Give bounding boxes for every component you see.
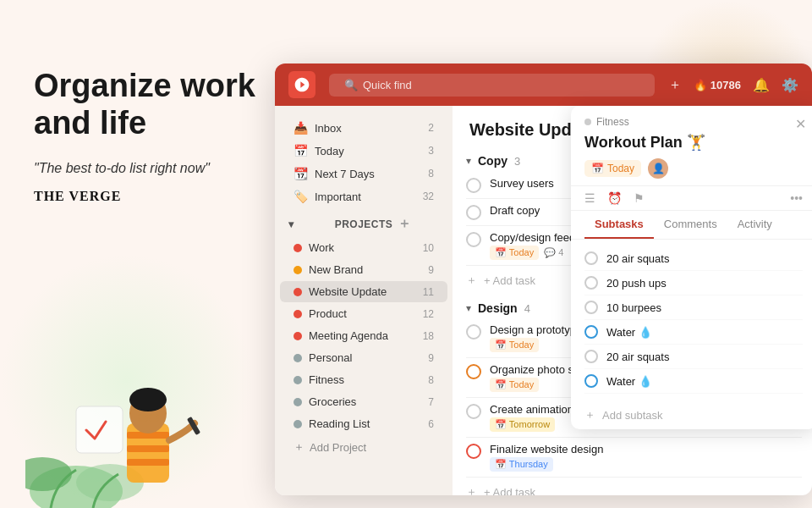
subtask-list: 20 air squats 20 push ups 10 burpees Wat… <box>571 240 812 400</box>
toolbar-more-button[interactable]: ••• <box>790 191 803 205</box>
search-icon: 🔍 <box>344 79 358 91</box>
projects-section-header[interactable]: ▾ Projects ＋ <box>275 208 453 236</box>
sidebar-item-personal[interactable]: Personal 9 <box>280 347 447 368</box>
topbar: 🔍 Quick find ＋ 🔥 10786 🔔 ⚙️ <box>275 64 812 106</box>
meeting-dot <box>294 332 302 340</box>
add-project-icon[interactable]: ＋ <box>398 215 439 233</box>
tab-activity[interactable]: Activity <box>727 211 782 239</box>
checklist-icon[interactable]: ☰ <box>584 191 595 205</box>
next7days-icon: 📆 <box>294 167 308 180</box>
work-label: Work <box>309 241 416 254</box>
notifications-button[interactable]: 🔔 <box>753 77 770 93</box>
newbrand-count: 9 <box>428 264 434 276</box>
task-checkbox-finalize[interactable] <box>466 444 481 459</box>
reminder-icon[interactable]: ⏰ <box>607 191 622 205</box>
sidebar-item-meeting[interactable]: Meeting Agenda 18 <box>280 325 447 346</box>
sidebar-item-website[interactable]: Website Update 11 <box>280 281 447 302</box>
add-button[interactable]: ＋ <box>668 76 682 94</box>
subtask-name-6: Water 💧 <box>606 375 803 388</box>
task-checkbox-survey[interactable] <box>466 178 481 193</box>
sidebar-item-groceries[interactable]: Groceries 7 <box>280 391 447 412</box>
subtask-checkbox-2[interactable] <box>584 276 598 290</box>
add-icon-design: ＋ <box>466 484 477 495</box>
subtask-push-ups[interactable]: 20 push ups <box>584 271 803 295</box>
task-checkbox-prototype[interactable] <box>466 324 481 340</box>
work-count: 10 <box>423 242 434 254</box>
important-icon: 🏷️ <box>294 190 308 203</box>
add-task-label-copy: + Add task <box>484 274 535 287</box>
inbox-icon: 📥 <box>294 121 308 135</box>
fitness-count: 8 <box>428 374 434 386</box>
today-icon: 📅 <box>294 144 308 157</box>
sidebar-item-reading[interactable]: Reading List 6 <box>280 413 447 434</box>
task-due-prototype: 📅 Today <box>490 338 539 352</box>
subtask-checkbox-6[interactable] <box>584 374 598 388</box>
tab-subtasks[interactable]: Subtasks <box>584 211 654 239</box>
personal-label: Personal <box>309 351 421 364</box>
sidebar-item-product[interactable]: Product 12 <box>280 303 447 324</box>
task-checkbox-animations[interactable] <box>466 404 481 419</box>
flame-icon: 🔥 <box>694 79 707 91</box>
priority-icon[interactable]: ⚑ <box>634 191 645 205</box>
subtask-water-1[interactable]: Water 💧 <box>584 320 803 345</box>
sidebar-item-inbox[interactable]: 📥 Inbox 2 <box>280 117 447 139</box>
panel-due-chip[interactable]: 📅 Today <box>584 160 641 177</box>
panel-tabs: Subtasks Comments Activity <box>571 211 812 240</box>
subtask-checkbox-1[interactable] <box>584 251 598 265</box>
sidebar-item-newbrand[interactable]: New Brand 9 <box>280 259 447 280</box>
reading-dot <box>294 420 302 428</box>
panel-close-button[interactable]: ✕ <box>795 116 806 132</box>
sidebar-item-fitness[interactable]: Fitness 8 <box>280 369 447 390</box>
copy-section-count: 3 <box>514 155 520 168</box>
product-count: 12 <box>423 308 434 320</box>
add-project-button[interactable]: ＋ Add Project <box>280 435 447 459</box>
task-finalize-design[interactable]: Finalize website design 📅 Thursday <box>466 438 802 478</box>
sidebar-item-today[interactable]: 📅 Today 3 <box>280 140 447 162</box>
svg-point-8 <box>129 388 167 411</box>
tab-comments[interactable]: Comments <box>654 211 727 239</box>
subtask-air-squats-1[interactable]: 20 air squats <box>584 246 803 271</box>
task-due-animations: 📅 Tomorrow <box>490 417 555 432</box>
task-checkbox-photo[interactable] <box>466 364 481 379</box>
today-count: 3 <box>428 145 434 157</box>
task-checkbox-feedback[interactable] <box>466 232 481 247</box>
today-label: Today <box>315 145 421 157</box>
task-name-finalize: Finalize website design <box>490 443 802 456</box>
task-checkbox-draft[interactable] <box>466 205 481 220</box>
subtask-checkbox-4[interactable] <box>584 325 598 339</box>
groceries-count: 7 <box>428 396 434 408</box>
website-dot <box>294 288 302 296</box>
panel-header: Fitness Workout Plan 🏋️ 📅 Today 👤 <box>571 106 812 186</box>
task-meta-finalize: 📅 Thursday <box>490 457 802 472</box>
add-subtask-button[interactable]: ＋ Add subtask <box>571 400 812 429</box>
inbox-count: 2 <box>428 122 434 134</box>
subtask-air-squats-2[interactable]: 20 air squats <box>584 345 803 369</box>
inbox-label: Inbox <box>315 122 421 135</box>
sidebar-item-work[interactable]: Work 10 <box>280 237 447 258</box>
subtask-water-2[interactable]: Water 💧 <box>584 369 803 394</box>
search-bar[interactable]: 🔍 Quick find <box>329 74 655 97</box>
logo-icon <box>294 76 310 93</box>
sidebar-item-important[interactable]: 🏷️ Important 32 <box>280 185 447 207</box>
topbar-actions: ＋ 🔥 10786 🔔 ⚙️ <box>668 76 798 94</box>
projects-label: Projects <box>335 218 393 230</box>
marketing-section: Organize work and life "The best to-do l… <box>34 68 279 204</box>
sidebar-item-next7days[interactable]: 📆 Next 7 Days 8 <box>280 163 447 185</box>
design-chevron-icon: ▾ <box>466 302 471 314</box>
subtask-checkbox-3[interactable] <box>584 301 598 314</box>
karma-value: 10786 <box>710 79 741 91</box>
settings-button[interactable]: ⚙️ <box>782 77 798 93</box>
add-task-design[interactable]: ＋ + Add task <box>466 478 802 495</box>
reading-count: 6 <box>428 418 434 430</box>
subtask-checkbox-5[interactable] <box>584 350 598 363</box>
app-logo[interactable] <box>288 71 315 98</box>
add-icon-copy: ＋ <box>466 273 477 288</box>
panel-due: 📅 Today 👤 <box>584 158 803 179</box>
subtask-burpees[interactable]: 10 burpees <box>584 295 803 320</box>
panel-project-dot <box>584 119 591 125</box>
subtask-name-2: 20 push ups <box>606 277 803 290</box>
work-dot <box>294 244 302 252</box>
product-label: Product <box>309 307 416 320</box>
product-dot <box>294 310 302 318</box>
fitness-label: Fitness <box>309 373 421 386</box>
